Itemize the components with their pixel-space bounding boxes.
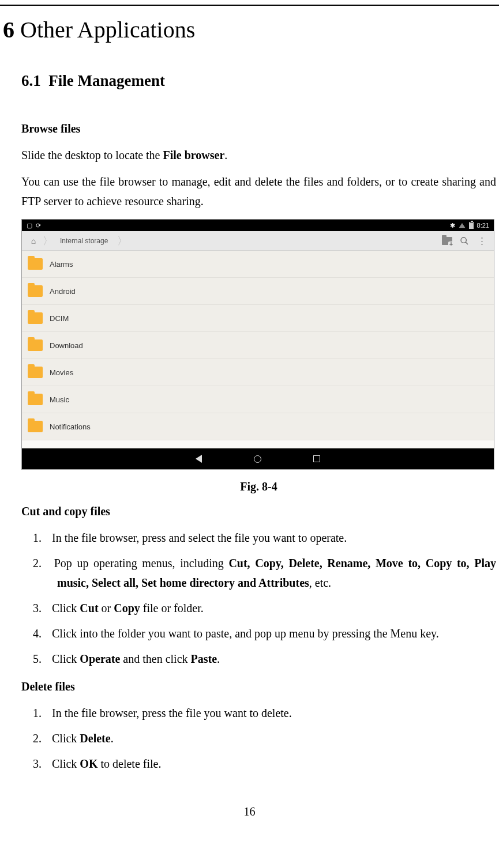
folder-row[interactable]: Movies <box>22 359 494 386</box>
svg-line-1 <box>466 242 468 244</box>
status-bar: ▢ ⟳ ✱ 8:21 <box>22 220 494 231</box>
folder-label: DCIM <box>50 314 69 323</box>
folder-row[interactable]: Notifications <box>22 413 494 440</box>
folder-icon <box>28 394 43 405</box>
new-folder-icon[interactable] <box>438 232 456 250</box>
file-browser-toolbar: ⌂ 〉 Internal storage 〉 ⋮ <box>22 231 494 251</box>
folder-label: Alarms <box>50 260 73 269</box>
cutcopy-list: 1. In the file browser, press and select… <box>21 528 496 669</box>
section-title: File Management <box>48 72 165 89</box>
list-item: 3. Click Cut or Copy file or folder. <box>33 598 496 618</box>
recents-icon[interactable] <box>313 455 320 462</box>
folder-row[interactable]: Music <box>22 386 494 413</box>
battery-icon <box>469 222 474 229</box>
chapter-title: Other Applications <box>20 17 195 43</box>
list-item: 2. Click Delete. <box>33 729 496 748</box>
figure-caption: Fig. 8-4 <box>21 480 496 493</box>
folder-row[interactable]: Download <box>22 332 494 359</box>
folder-list: Alarms Android DCIM Download Movies <box>22 251 494 448</box>
sync-icon: ⟳ <box>36 222 41 229</box>
chapter-number: 6 <box>3 17 14 43</box>
screenshot-figure: ▢ ⟳ ✱ 8:21 ⌂ 〉 Internal storage 〉 <box>21 219 494 470</box>
chevron-right-icon: 〉 <box>116 234 129 248</box>
folder-row[interactable]: Alarms <box>22 251 494 278</box>
section-heading: 6.1 File Management <box>21 72 496 90</box>
browse-heading: Browse files <box>21 119 496 138</box>
folder-label: Android <box>50 287 76 296</box>
folder-icon <box>28 285 43 297</box>
list-item: 1. In the file browser, press and select… <box>33 528 496 548</box>
section-number: 6.1 <box>21 72 41 89</box>
svg-point-0 <box>461 237 466 243</box>
delete-heading: Delete files <box>21 677 496 696</box>
folder-label: Music <box>50 395 69 404</box>
folder-icon <box>28 312 43 324</box>
page-number: 16 <box>3 805 496 818</box>
folder-row-partial <box>22 440 494 448</box>
folder-label: Notifications <box>50 422 91 431</box>
chevron-right-icon: 〉 <box>42 234 54 248</box>
status-time: 8:21 <box>477 222 489 229</box>
folder-row[interactable]: DCIM <box>22 305 494 332</box>
folder-row[interactable]: Android <box>22 278 494 305</box>
breadcrumb-segment[interactable]: Internal storage <box>54 233 116 248</box>
home-icon[interactable]: ⌂ <box>25 233 42 249</box>
list-item: 1. In the file browser, press the file y… <box>33 703 496 723</box>
cutcopy-heading: Cut and copy files <box>21 501 496 521</box>
overflow-menu-icon[interactable]: ⋮ <box>473 232 490 250</box>
folder-label: Download <box>50 341 83 350</box>
list-item: 3. Click OK to delete file. <box>33 754 496 773</box>
folder-icon <box>28 367 43 378</box>
wifi-icon <box>459 223 466 228</box>
search-icon[interactable] <box>456 232 473 250</box>
gallery-icon: ▢ <box>27 222 32 229</box>
folder-icon <box>28 421 43 432</box>
list-item: 4. Click into the folder you want to pas… <box>33 624 496 643</box>
chapter-heading: 6 Other Applications <box>3 16 496 43</box>
android-navbar <box>22 448 494 469</box>
folder-icon <box>28 258 43 270</box>
browse-p1: Slide the desktop to locate the File bro… <box>21 145 496 165</box>
folder-label: Movies <box>50 368 73 377</box>
list-item: 5. Click Operate and then click Paste. <box>33 649 496 669</box>
back-icon[interactable] <box>196 455 202 463</box>
delete-list: 1. In the file browser, press the file y… <box>21 703 496 773</box>
browse-p2: You can use the file browser to manage, … <box>21 172 496 211</box>
home-nav-icon[interactable] <box>254 455 261 463</box>
folder-icon <box>28 339 43 351</box>
list-item: 2. Pop up operating menus, including Cut… <box>33 553 496 592</box>
bluetooth-icon: ✱ <box>450 222 455 229</box>
